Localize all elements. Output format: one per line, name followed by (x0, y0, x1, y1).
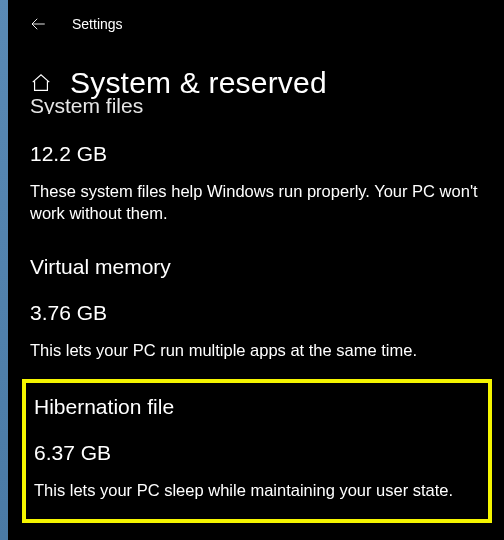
content-area: System files 12.2 GB These system files … (8, 98, 504, 361)
virtual-memory-desc: This lets your PC run multiple apps at t… (30, 339, 482, 361)
back-arrow-icon[interactable] (28, 14, 48, 34)
page-title: System & reserved (70, 66, 327, 100)
hibernation-desc: This lets your PC sleep while maintainin… (34, 479, 480, 501)
titlebar-label: Settings (72, 16, 123, 32)
highlighted-section: Hibernation file 6.37 GB This lets your … (22, 379, 492, 523)
system-files-size: 12.2 GB (30, 142, 482, 166)
page-header: System & reserved (8, 66, 504, 100)
hibernation-heading: Hibernation file (34, 395, 480, 419)
home-icon[interactable] (30, 72, 52, 94)
titlebar: Settings (8, 0, 504, 48)
system-files-heading-cutoff: System files (30, 98, 482, 114)
system-files-desc: These system files help Windows run prop… (30, 180, 482, 225)
virtual-memory-heading: Virtual memory (30, 255, 482, 279)
virtual-memory-size: 3.76 GB (30, 301, 482, 325)
settings-window: Settings System & reserved System files … (8, 0, 504, 540)
external-desktop-strip (0, 0, 8, 540)
hibernation-size: 6.37 GB (34, 441, 480, 465)
